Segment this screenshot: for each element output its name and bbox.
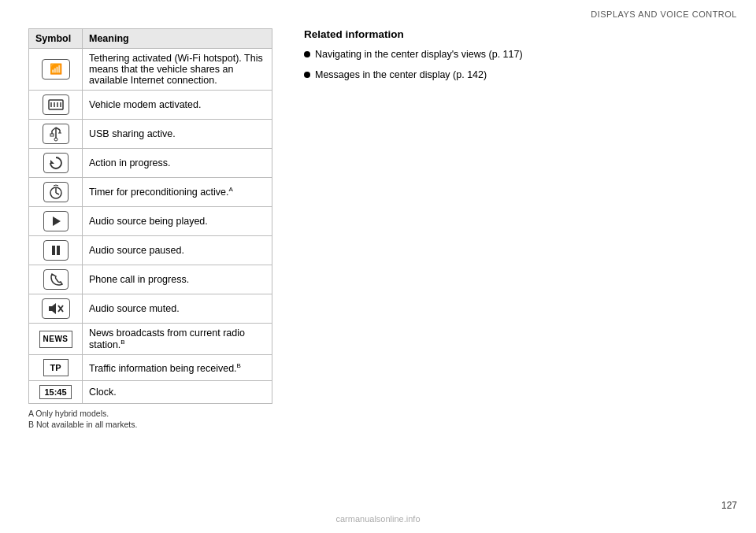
wifi-icon: 📶 bbox=[42, 59, 70, 80]
meaning-cell: Traffic information being received.B bbox=[83, 355, 272, 381]
table-row: Action in progress. bbox=[29, 149, 272, 178]
phone-icon bbox=[43, 269, 69, 290]
table-row: USB sharing active. bbox=[29, 120, 272, 149]
svg-rect-9 bbox=[50, 134, 54, 136]
pause-icon bbox=[43, 240, 69, 261]
meaning-cell: News broadcasts from current radio stati… bbox=[83, 324, 272, 355]
symbol-cell: TP bbox=[29, 355, 83, 381]
table-row: TP Traffic information being received.B bbox=[29, 355, 272, 381]
symbol-cell bbox=[29, 207, 83, 236]
svg-marker-18 bbox=[53, 217, 61, 226]
symbol-cell bbox=[29, 236, 83, 265]
modem-icon bbox=[43, 94, 69, 115]
table-row: Audio source paused. bbox=[29, 236, 272, 265]
meaning-cell: Audio source muted. bbox=[83, 294, 272, 324]
footnote-area: A Only hybrid models. B Not available in… bbox=[28, 409, 272, 429]
col-symbol: Symbol bbox=[29, 29, 83, 49]
table-row: Audio source muted. bbox=[29, 294, 272, 324]
svg-rect-20 bbox=[57, 246, 60, 255]
timer-icon bbox=[43, 182, 69, 202]
meaning-cell: Clock. bbox=[83, 381, 272, 404]
table-row: Timer for preconditioning active.A bbox=[29, 178, 272, 207]
action-icon bbox=[43, 153, 69, 173]
watermark: carmanualsonline.info bbox=[0, 514, 756, 524]
meaning-cell: Tethering activated (Wi-Fi hotspot). Thi… bbox=[83, 49, 272, 91]
related-list: Navigating in the center display's views… bbox=[304, 48, 540, 82]
meaning-cell: Action in progress. bbox=[83, 149, 272, 178]
symbol-cell bbox=[29, 178, 83, 207]
bullet-icon bbox=[304, 72, 310, 78]
play-icon bbox=[43, 211, 69, 231]
svg-rect-19 bbox=[52, 246, 55, 255]
col-meaning: Meaning bbox=[83, 29, 272, 49]
symbol-cell bbox=[29, 294, 83, 324]
meaning-cell: Audio source being played. bbox=[83, 207, 272, 236]
symbol-cell bbox=[29, 120, 83, 149]
page-number: 127 bbox=[721, 500, 737, 511]
symbol-cell: NEWS bbox=[29, 324, 83, 355]
svg-marker-14 bbox=[50, 160, 54, 164]
list-item: Navigating in the center display's views… bbox=[304, 48, 540, 62]
main-content: Symbol Meaning 📶 Tethering activated (Wi… bbox=[28, 28, 540, 429]
tp-icon: TP bbox=[43, 359, 69, 376]
footnote-b: B bbox=[120, 339, 124, 346]
right-column: Related information Navigating in the ce… bbox=[304, 28, 540, 429]
table-row: NEWS News broadcasts from current radio … bbox=[29, 324, 272, 355]
meaning-cell: Audio source paused. bbox=[83, 236, 272, 265]
related-item-1: Navigating in the center display's views… bbox=[315, 48, 523, 62]
meaning-cell: Vehicle modem activated. bbox=[83, 91, 272, 120]
footnote-b2: B bbox=[237, 362, 241, 369]
svg-line-17 bbox=[56, 193, 59, 194]
symbol-cell: 📶 bbox=[29, 49, 83, 91]
related-item-2: Messages in the center display (p. 142) bbox=[315, 68, 487, 83]
svg-text:📶: 📶 bbox=[50, 62, 63, 76]
clock-icon: 15:45 bbox=[39, 385, 71, 399]
table-row: 📶 Tethering activated (Wi-Fi hotspot). T… bbox=[29, 49, 272, 91]
footnote-a: A bbox=[228, 186, 232, 193]
table-row: Phone call in progress. bbox=[29, 265, 272, 294]
news-icon: NEWS bbox=[39, 331, 72, 348]
svg-marker-21 bbox=[49, 303, 56, 314]
table-section: Symbol Meaning 📶 Tethering activated (Wi… bbox=[28, 28, 272, 429]
bullet-icon bbox=[304, 51, 310, 57]
symbol-cell bbox=[29, 91, 83, 120]
meaning-cell: Timer for preconditioning active.A bbox=[83, 178, 272, 207]
table-row: Audio source being played. bbox=[29, 207, 272, 236]
page-header: DISPLAYS AND VOICE CONTROL bbox=[591, 9, 737, 19]
meaning-cell: USB sharing active. bbox=[83, 120, 272, 149]
footnote-b-text: B Not available in all markets. bbox=[28, 420, 272, 429]
table-row: Vehicle modem activated. bbox=[29, 91, 272, 120]
related-info-title: Related information bbox=[304, 28, 540, 40]
footnote-a-text: A Only hybrid models. bbox=[28, 409, 272, 418]
usb-icon bbox=[43, 124, 69, 144]
mute-icon bbox=[42, 298, 70, 319]
symbol-cell bbox=[29, 149, 83, 178]
symbol-cell bbox=[29, 265, 83, 294]
list-item: Messages in the center display (p. 142) bbox=[304, 68, 540, 83]
symbol-table: Symbol Meaning 📶 Tethering activated (Wi… bbox=[28, 28, 272, 404]
symbol-cell: 15:45 bbox=[29, 381, 83, 404]
meaning-cell: Phone call in progress. bbox=[83, 265, 272, 294]
table-row: 15:45 Clock. bbox=[29, 381, 272, 404]
